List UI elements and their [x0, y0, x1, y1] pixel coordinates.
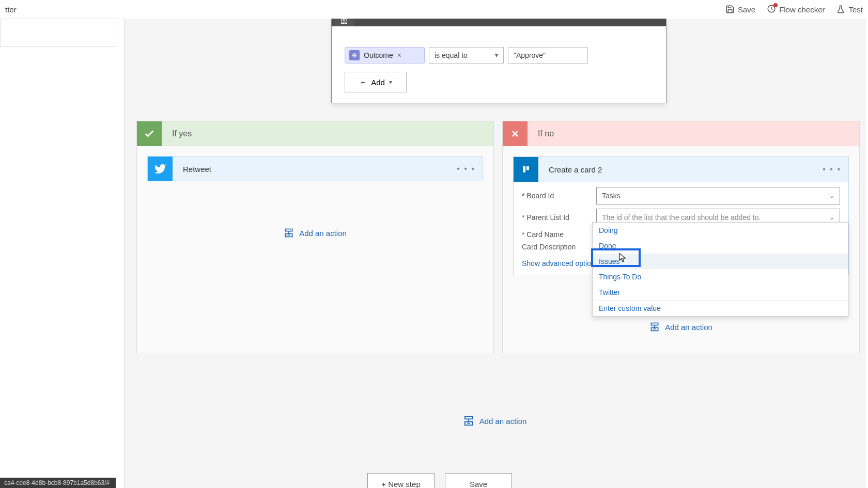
if-yes-header[interactable]: If yes	[137, 121, 493, 146]
add-action-icon	[649, 322, 660, 332]
more-menu-icon[interactable]: • • •	[823, 165, 841, 174]
add-action-no-label: Add an action	[665, 323, 712, 332]
flask-icon	[836, 5, 845, 14]
board-id-value: Tasks	[602, 192, 621, 200]
svg-rect-3	[342, 22, 344, 24]
add-action-no[interactable]: Add an action	[503, 322, 859, 332]
test-button[interactable]: Test	[836, 4, 863, 15]
more-menu-icon[interactable]: • • •	[457, 164, 475, 174]
parent-list-placeholder: The id of the list that the card should …	[602, 213, 761, 222]
parent-list-label: * Parent List Id	[522, 213, 592, 222]
dropdown-item-doing[interactable]: Doing	[593, 223, 848, 238]
left-panel-fragment	[0, 19, 117, 47]
test-label: Test	[848, 5, 863, 14]
trello-icon	[514, 157, 538, 182]
save-button[interactable]: Save	[725, 4, 755, 15]
topbar-actions: Save Flow checker Test	[725, 4, 863, 15]
if-no-header[interactable]: If no	[503, 121, 859, 146]
save-label: Save	[738, 5, 755, 14]
svg-rect-1	[342, 19, 344, 21]
flow-checker-label: Flow checker	[779, 5, 825, 14]
outcome-token-icon: ⊕	[349, 50, 360, 60]
board-id-row: * Board Id Tasks ⌄	[522, 187, 840, 204]
dropdown-item-things-to-do[interactable]: Things To Do	[593, 269, 848, 285]
add-action-icon	[463, 415, 474, 427]
condition-row: ⊕ Outcome × is equal to ▾ "Approve"	[345, 47, 653, 64]
create-card-body: * Board Id Tasks ⌄ * Parent List Id The …	[514, 182, 848, 275]
svg-rect-13	[523, 166, 525, 172]
svg-rect-19	[464, 417, 472, 419]
flow-checker-icon	[767, 4, 776, 15]
dropdown-item-issues[interactable]: Issues	[593, 254, 848, 269]
retweet-action-card[interactable]: Retweet • • •	[147, 156, 483, 181]
operator-label: is equal to	[435, 51, 468, 59]
dropdown-item-twitter[interactable]: Twitter	[593, 285, 848, 300]
condition-header	[332, 19, 666, 26]
plus-icon: ＋	[359, 77, 367, 87]
svg-rect-15	[651, 323, 658, 325]
if-no-branch: If no Create a card 2 • • • * Board Id	[502, 121, 860, 353]
svg-rect-2	[345, 19, 347, 21]
if-yes-title: If yes	[172, 129, 192, 138]
save-icon	[725, 5, 735, 14]
chevron-down-icon: ⌄	[829, 192, 834, 199]
chevron-down-icon: ▾	[389, 78, 392, 86]
if-yes-branch: If yes Retweet • • • Add an action	[136, 121, 494, 353]
status-bar: ca4-cde8-4d8b-bcb8-897b1a5d8b63/#	[0, 478, 116, 488]
dropdown-item-done[interactable]: Done	[593, 238, 848, 254]
flow-checker-button[interactable]: Flow checker	[767, 4, 825, 15]
save-flow-button[interactable]: Save	[445, 473, 512, 488]
card-desc-label: Card Description	[522, 243, 592, 251]
cross-icon	[503, 121, 528, 146]
condition-body: ⊕ Outcome × is equal to ▾ "Approve" ＋ Ad…	[332, 26, 666, 103]
breadcrumb-fragment: tter	[5, 5, 17, 14]
chevron-down-icon: ▾	[495, 52, 498, 59]
parent-list-dropdown: Doing Done Issues Things To Do Twitter E…	[592, 222, 848, 317]
chevron-down-icon: ⌄	[829, 214, 834, 221]
condition-card[interactable]: ⊕ Outcome × is equal to ▾ "Approve" ＋ Ad…	[331, 19, 667, 103]
new-step-button[interactable]: + New step	[367, 473, 435, 488]
twitter-icon	[148, 156, 173, 181]
svg-rect-4	[345, 22, 347, 24]
add-label: Add	[371, 78, 385, 87]
create-card-header[interactable]: Create a card 2 • • •	[514, 157, 848, 182]
board-id-select[interactable]: Tasks ⌄	[596, 187, 840, 204]
show-advanced-label: Show advanced options	[522, 259, 599, 267]
svg-rect-5	[285, 229, 292, 231]
condition-icon	[334, 19, 354, 26]
condition-value-text: "Approve"	[514, 51, 546, 59]
create-card-action: Create a card 2 • • • * Board Id Tasks ⌄…	[513, 156, 849, 275]
if-no-title: If no	[538, 129, 554, 138]
add-condition-button[interactable]: ＋ Add ▾	[345, 72, 407, 92]
create-card-title: Create a card 2	[549, 165, 602, 174]
flow-canvas: ⊕ Outcome × is equal to ▾ "Approve" ＋ Ad…	[124, 19, 865, 488]
condition-value-input[interactable]: "Approve"	[508, 47, 588, 64]
svg-rect-14	[526, 166, 529, 170]
condition-operator-select[interactable]: is equal to ▾	[429, 47, 504, 64]
check-icon	[137, 121, 162, 146]
topbar: tter Save Flow checker Test	[0, 0, 868, 19]
dropdown-item-custom[interactable]: Enter custom value	[593, 300, 848, 316]
branches-row: If yes Retweet • • • Add an action	[136, 121, 860, 353]
add-action-yes[interactable]: Add an action	[137, 228, 493, 238]
board-id-label: * Board Id	[522, 192, 592, 200]
retweet-title: Retweet	[183, 165, 211, 174]
add-action-bottom-label: Add an action	[479, 417, 527, 426]
add-action-yes-label: Add an action	[299, 229, 347, 238]
condition-lhs-token[interactable]: ⊕ Outcome ×	[345, 47, 425, 64]
card-name-label: * Card Name	[522, 230, 592, 239]
add-action-icon	[284, 228, 294, 238]
add-action-bottom[interactable]: Add an action	[463, 415, 527, 427]
footer-buttons: + New step Save	[367, 473, 512, 488]
outcome-token-label: Outcome	[364, 51, 393, 59]
token-remove-icon[interactable]: ×	[397, 51, 401, 59]
